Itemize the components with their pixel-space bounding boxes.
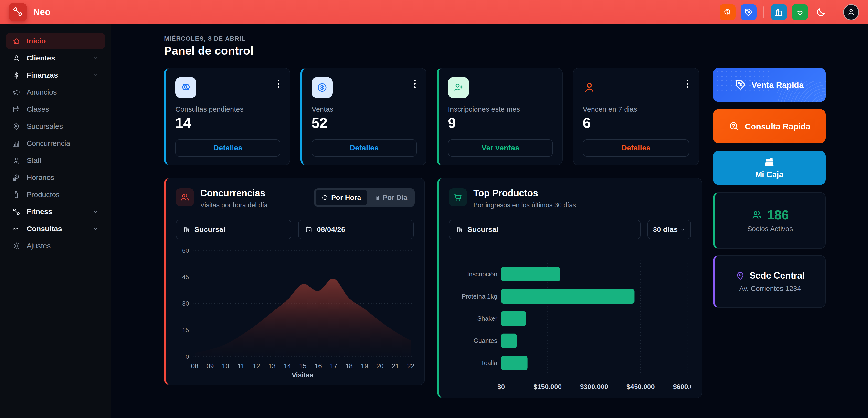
megaphone-icon — [12, 88, 20, 96]
date-select[interactable]: 08/04/26 — [298, 220, 414, 239]
socios-activos-value: 186 — [767, 208, 789, 221]
sidebar-item-clases[interactable]: Clases — [6, 101, 105, 117]
svg-text:Toalla: Toalla — [481, 359, 497, 366]
sidebar-item-horarios[interactable]: Horarios — [6, 170, 105, 185]
card-menu-button[interactable] — [277, 78, 280, 89]
consulta-rapida-button[interactable]: Consulta Rapida — [713, 109, 826, 143]
socios-activos-card: 186 Socios Activos — [713, 192, 826, 249]
quick-consulta-button[interactable] — [719, 4, 736, 20]
sidebar-item-ajustes[interactable]: Ajustes — [6, 238, 105, 254]
mi-caja-button[interactable]: Mi Caja — [713, 151, 826, 185]
clock-icon — [321, 194, 328, 201]
branch-button[interactable] — [771, 4, 787, 20]
hexagon-search-icon — [175, 77, 196, 98]
view-mode-toggle: Por Hora Por Día — [314, 188, 415, 207]
topbar-divider — [836, 6, 836, 18]
sidebar-item-consultas[interactable]: Consultas — [6, 221, 105, 237]
price-tag-icon — [735, 79, 746, 91]
svg-text:22: 22 — [407, 362, 414, 370]
online-status-button[interactable] — [792, 4, 808, 20]
stat-action-button[interactable]: Detalles — [583, 139, 689, 156]
svg-text:13: 13 — [268, 362, 276, 370]
sidebar-nav: InicioClientesFinanzasAnunciosClasesSucu… — [0, 33, 111, 254]
svg-text:20: 20 — [376, 362, 384, 370]
sidebar-item-fitness[interactable]: Fitness — [6, 204, 105, 219]
chevron-down-icon — [92, 72, 99, 78]
svg-text:21: 21 — [392, 362, 399, 370]
bar-chart-icon — [373, 194, 379, 201]
svg-text:$300.000: $300.000 — [580, 383, 609, 390]
users-icon — [751, 209, 763, 220]
svg-text:10: 10 — [222, 362, 229, 370]
top-productos-header: Top Productos Por ingresos en los último… — [439, 178, 702, 209]
svg-text:45: 45 — [182, 274, 189, 280]
stat-label: Ventas — [312, 105, 417, 113]
svg-text:18: 18 — [345, 362, 353, 370]
svg-text:$600.000: $600.000 — [673, 383, 691, 390]
topbar-divider — [764, 6, 764, 18]
stat-label: Consultas pendientes — [175, 105, 280, 113]
page-date: MIÉRCOLES, 8 DE ABRIL — [164, 35, 246, 42]
profile-button[interactable] — [843, 4, 859, 20]
map-pin-icon — [735, 271, 745, 280]
chevron-down-icon — [92, 225, 99, 232]
stat-card-ventas: Ventas52Detalles — [301, 68, 427, 165]
search-question-icon — [723, 8, 732, 16]
svg-text:19: 19 — [361, 362, 368, 370]
svg-text:08: 08 — [191, 362, 198, 370]
concurrencias-subtitle: Visitas por hora del día — [200, 202, 268, 209]
stat-value: 14 — [175, 116, 280, 130]
register-icon — [764, 156, 775, 168]
card-menu-button[interactable] — [686, 78, 689, 89]
svg-text:Visitas: Visitas — [291, 371, 313, 379]
gear-icon — [12, 242, 20, 250]
building-icon — [456, 226, 463, 233]
top-productos-title: Top Productos — [473, 188, 576, 199]
quick-venta-button[interactable] — [741, 4, 756, 20]
sidebar-item-clientes[interactable]: Clientes — [6, 50, 105, 66]
stat-card-vencen-en-7-dias: Vencen en 7 dias6Detalles — [573, 68, 699, 165]
dumbbell-icon — [12, 6, 24, 18]
venta-rapida-button[interactable]: Venta Rapida — [713, 68, 826, 102]
chevron-down-icon — [92, 209, 99, 215]
sede-title: Sede Central — [749, 271, 805, 281]
sidebar-item-staff[interactable]: Staff — [6, 153, 105, 168]
svg-text:0: 0 — [186, 353, 189, 360]
map-pin-icon — [12, 123, 20, 131]
cart-icon — [449, 188, 467, 206]
user-icon — [583, 77, 604, 98]
dumbbell-icon — [12, 208, 20, 216]
sucursal-select[interactable]: Sucursal — [176, 220, 291, 239]
svg-text:Proteína 1kg: Proteína 1kg — [462, 293, 497, 300]
sidebar-item-concurrencia[interactable]: Concurrencia — [6, 136, 105, 151]
top-productos-panel: Top Productos Por ingresos en los último… — [437, 178, 702, 398]
chevron-down-icon — [680, 227, 686, 233]
calendar-icon — [305, 226, 312, 233]
svg-text:$150.000: $150.000 — [533, 383, 562, 390]
brand-logo — [9, 3, 27, 21]
card-menu-button[interactable] — [413, 78, 417, 89]
sidebar-item-sucursales[interactable]: Sucursales — [6, 118, 105, 134]
stat-value: 52 — [312, 116, 417, 130]
sidebar-item-inicio[interactable]: Inicio — [6, 33, 105, 49]
svg-text:30: 30 — [182, 300, 189, 307]
stat-action-button[interactable]: Ver ventas — [448, 139, 553, 156]
sidebar-item-productos[interactable]: Productos — [6, 187, 105, 202]
productos-sucursal-select[interactable]: Sucursal — [449, 220, 641, 239]
sidebar-item-anuncios[interactable]: Anuncios — [6, 84, 105, 100]
topbar-actions — [719, 4, 859, 20]
tab-por-hora[interactable]: Por Hora — [315, 190, 367, 205]
stat-value: 9 — [448, 116, 553, 130]
svg-text:Guantes: Guantes — [473, 337, 497, 344]
range-select[interactable]: 30 días — [647, 220, 691, 239]
stat-action-button[interactable]: Detalles — [312, 139, 417, 156]
svg-text:Inscripción: Inscripción — [467, 271, 497, 278]
tab-por-dia[interactable]: Por Día — [367, 190, 413, 205]
app-root: Neo InicioClientesFinanzasAnunciosClases… — [0, 0, 868, 418]
stat-label: Inscripciones este mes — [448, 105, 553, 113]
stat-action-button[interactable]: Detalles — [175, 139, 280, 156]
sede-central-card: Sede Central Av. Corrientes 1234 — [713, 255, 826, 308]
theme-toggle-button[interactable] — [813, 4, 829, 20]
right-column: Venta Rapida Consulta Rapida Mi Caja 186… — [713, 68, 826, 308]
sidebar-item-finanzas[interactable]: Finanzas — [6, 67, 105, 83]
